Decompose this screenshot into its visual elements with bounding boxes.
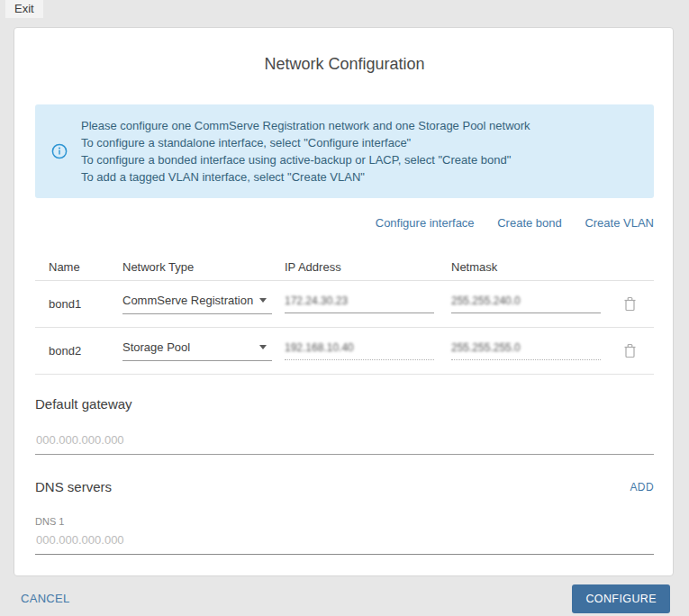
info-line: Please configure one CommServe Registrat…	[81, 117, 530, 134]
default-gateway-input[interactable]	[35, 433, 654, 454]
dns-servers-heading: DNS servers	[35, 479, 112, 494]
exit-button[interactable]: Exit	[5, 0, 43, 18]
network-type-value: Storage Pool	[122, 340, 190, 354]
netmask-value: 255.255.255.0	[451, 341, 521, 354]
info-line: To configure a standalone interface, sel…	[81, 134, 530, 151]
network-type-select[interactable]: CommServe Registration	[122, 294, 272, 314]
configure-interface-link[interactable]: Configure interface	[376, 216, 475, 230]
info-line: To configure a bonded interface using ac…	[81, 151, 530, 168]
network-type-select[interactable]: Storage Pool	[122, 340, 272, 361]
interface-name: bond2	[35, 344, 122, 358]
chevron-down-icon	[259, 298, 267, 303]
dns1-label: DNS 1	[35, 516, 654, 527]
dns1-input[interactable]	[35, 533, 654, 554]
header-netmask: Netmask	[451, 260, 613, 274]
netmask-field[interactable]: 255.255.255.0	[451, 341, 601, 360]
table-actions: Configure interface Create bond Create V…	[35, 216, 654, 230]
default-gateway-heading: Default gateway	[35, 396, 654, 412]
table-header-row: Name Network Type IP Address Netmask	[35, 253, 654, 281]
info-text: Please configure one CommServe Registrat…	[81, 117, 530, 186]
info-banner: Please configure one CommServe Registrat…	[35, 104, 654, 198]
netmask-value: 255.255.240.0	[451, 294, 521, 307]
interface-name: bond1	[35, 297, 122, 311]
trash-icon	[623, 343, 637, 358]
ip-address-value: 172.24.30.23	[285, 294, 348, 307]
cancel-button[interactable]: CANCEL	[21, 592, 70, 605]
network-type-value: CommServe Registration	[122, 294, 253, 307]
netmask-field[interactable]: 255.255.240.0	[451, 294, 601, 313]
header-name: Name	[35, 260, 122, 274]
ip-address-field[interactable]: 172.24.30.23	[285, 294, 434, 313]
ip-address-value: 192.168.10.40	[285, 341, 354, 354]
info-line: To add a tagged VLAN interface, select "…	[81, 168, 530, 186]
delete-row-button[interactable]	[623, 296, 637, 312]
add-dns-button[interactable]: ADD	[630, 481, 654, 494]
ip-address-field[interactable]: 192.168.10.40	[285, 341, 434, 360]
configure-button[interactable]: CONFIGURE	[572, 584, 670, 613]
header-ip-address: IP Address	[285, 260, 451, 274]
table-row: bond2 Storage Pool 192.168.10.40 255.255…	[35, 328, 654, 375]
info-icon	[51, 143, 68, 159]
dns-field-group: DNS 1	[35, 516, 654, 555]
trash-icon	[623, 296, 637, 312]
delete-row-button[interactable]	[623, 343, 637, 358]
network-configuration-dialog: Network Configuration Please configure o…	[14, 27, 674, 576]
dialog-title: Network Configuration	[35, 55, 654, 74]
dialog-footer: CANCEL CONFIGURE	[0, 581, 689, 616]
create-bond-link[interactable]: Create bond	[497, 216, 562, 230]
create-vlan-link[interactable]: Create VLAN	[585, 216, 654, 230]
chevron-down-icon	[259, 345, 267, 349]
header-network-type: Network Type	[122, 260, 285, 274]
network-table: Name Network Type IP Address Netmask bon…	[35, 253, 654, 375]
table-row: bond1 CommServe Registration 172.24.30.2…	[35, 281, 654, 328]
